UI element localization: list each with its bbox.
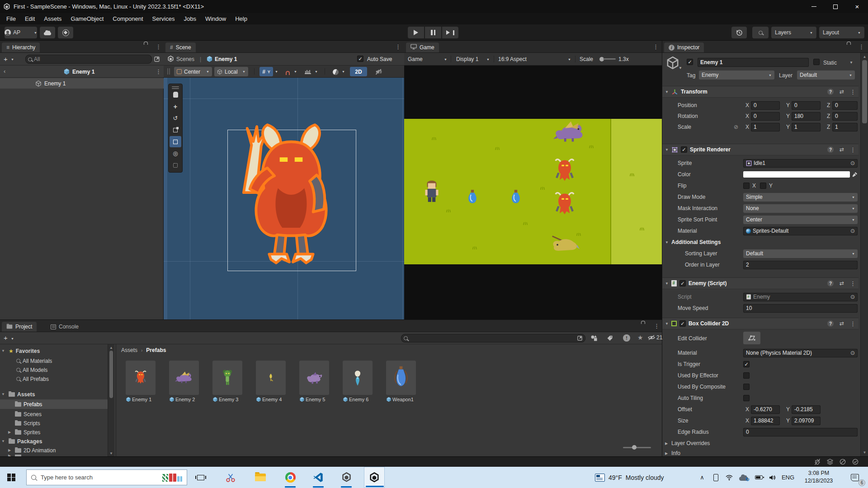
maximize-button[interactable] <box>825 0 846 13</box>
prefab-back-icon[interactable]: ‹ <box>4 68 5 75</box>
offset-x-field[interactable]: -0.6270 <box>751 405 780 414</box>
physics-material-field[interactable]: None (Physics Material 2D)⊙ <box>743 349 858 357</box>
rotation-y-field[interactable]: 180 <box>792 112 821 121</box>
rect-tool-button[interactable] <box>170 136 181 147</box>
create-dropdown-icon[interactable]: ▼ <box>11 58 14 61</box>
taskbar-search-box[interactable]: Type here to search <box>26 469 187 485</box>
component-menu-icon[interactable]: ⋮ <box>850 89 856 95</box>
tree-2d-animation[interactable]: ▶2D Animation <box>0 446 108 455</box>
display-dropdown[interactable]: Display 1 <box>456 56 478 62</box>
offset-y-field[interactable]: -0.2185 <box>792 405 821 414</box>
sprite-renderer-header[interactable]: ▼ Sprite Renderer ?⇄⋮ <box>662 144 859 155</box>
menu-file[interactable]: File <box>2 13 20 24</box>
snap-dropdown-icon[interactable]: ▼ <box>294 70 297 73</box>
tab-hierarchy[interactable]: ≡Hierarchy <box>2 42 40 52</box>
foldout-icon[interactable]: ▶ <box>665 451 668 455</box>
display-dropdown-icon[interactable]: ▼ <box>486 58 490 61</box>
object-picker-icon[interactable]: ⊙ <box>850 350 855 356</box>
scrollbar-thumb[interactable] <box>109 351 113 398</box>
static-dropdown-icon[interactable]: ▼ <box>849 61 853 65</box>
inspector-menu-icon[interactable]: ⋮ <box>859 43 864 50</box>
gameobject-icon[interactable] <box>666 56 679 70</box>
rotation-x-field[interactable]: 0 <box>751 112 780 121</box>
help-icon[interactable]: ? <box>827 146 834 153</box>
log-icon[interactable]: ! <box>623 334 630 342</box>
aspect-dropdown[interactable]: 16:9 Aspect <box>498 56 527 62</box>
tab-game[interactable]: Game <box>406 42 439 52</box>
tab-scene[interactable]: #Scene <box>165 42 196 52</box>
game-menu-icon[interactable]: ⋮ <box>653 43 659 50</box>
thumbnail-size-slider-thumb[interactable] <box>632 445 637 450</box>
tree-scenes[interactable]: Scenes <box>0 409 108 419</box>
tree-packages[interactable]: ▼Packages <box>0 436 108 446</box>
gameobject-icon-dropdown[interactable]: ▼ <box>679 66 682 70</box>
sprite-field[interactable]: Idle1⊙ <box>743 159 858 168</box>
static-checkbox[interactable] <box>813 59 820 65</box>
breadcrumb-prefabs[interactable]: Prefabs <box>146 347 166 353</box>
create-dropdown-icon[interactable]: ▼ <box>11 337 14 340</box>
view-tool-button[interactable] <box>170 89 181 100</box>
eyedropper-icon[interactable] <box>852 172 858 178</box>
position-x-field[interactable]: 0 <box>751 101 780 110</box>
asset-enemy3[interactable]: Enemy 3 <box>212 361 242 402</box>
version-control-button[interactable] <box>58 27 73 38</box>
create-button[interactable]: + <box>4 55 8 63</box>
component-menu-icon[interactable]: ⋮ <box>850 320 856 327</box>
tree-all-models[interactable]: All Models <box>0 365 108 375</box>
task-view-button[interactable] <box>190 467 211 488</box>
step-button[interactable] <box>442 27 458 38</box>
search-button[interactable] <box>752 27 769 38</box>
start-button[interactable] <box>1 467 22 488</box>
account-button[interactable]: AP ▼ <box>5 27 37 38</box>
check-status-icon[interactable] <box>852 458 859 465</box>
search-by-label-icon[interactable] <box>607 335 613 341</box>
tree-favorites[interactable]: ▼★Favorites <box>0 346 108 356</box>
volume-icon[interactable] <box>766 467 778 488</box>
weather-widget[interactable]: 49°F Mostly cloudy <box>595 467 664 488</box>
unity-editor-button-active[interactable] <box>364 467 385 488</box>
active-checkbox[interactable] <box>687 59 693 65</box>
additional-settings-foldout[interactable]: Additional Settings <box>671 239 721 245</box>
project-search-input[interactable] <box>401 334 585 343</box>
foldout-icon[interactable]: ▶ <box>665 441 668 446</box>
undo-history-button[interactable] <box>731 27 747 38</box>
hierarchy-search-input[interactable]: All <box>25 55 152 64</box>
scroll-up-icon[interactable]: ▲ <box>861 55 868 59</box>
snipping-tool-button[interactable] <box>220 467 241 488</box>
picker-icon[interactable] <box>577 335 583 341</box>
pivot-dropdown[interactable]: Center▼ <box>174 67 212 76</box>
battery-icon[interactable] <box>752 467 765 488</box>
asset-enemy2[interactable]: Enemy 2 <box>169 361 199 402</box>
toolbar-grip[interactable] <box>167 68 168 75</box>
palette-grip[interactable] <box>172 86 179 87</box>
grid-size-button[interactable] <box>302 67 314 76</box>
custom-tool-button[interactable] <box>170 160 181 171</box>
scale-y-field[interactable]: 1 <box>792 123 821 131</box>
2d-mode-toggle[interactable]: 2D <box>350 67 367 76</box>
menu-component[interactable]: Component <box>108 13 147 24</box>
tab-console[interactable]: Console <box>46 322 83 332</box>
aspect-dropdown-icon[interactable]: ▼ <box>568 58 571 61</box>
scrollbar-thumb[interactable] <box>862 60 867 123</box>
menu-help[interactable]: Help <box>231 13 252 24</box>
tree-scripts[interactable]: Scripts <box>0 418 108 428</box>
component-menu-icon[interactable]: ⋮ <box>850 146 856 153</box>
auto-tiling-checkbox[interactable] <box>743 395 750 401</box>
scroll-up-icon[interactable]: ▲ <box>108 346 114 350</box>
close-button[interactable]: × <box>846 0 868 13</box>
layout-dropdown[interactable]: Layout▼ <box>819 27 864 38</box>
hierarchy-menu-icon[interactable]: ⋮ <box>156 43 161 50</box>
language-indicator[interactable]: ENG <box>779 467 797 488</box>
shading-dropdown-icon[interactable]: ▼ <box>342 70 345 73</box>
rotate-tool-button[interactable]: ↺ <box>170 113 181 124</box>
shading-mode-button[interactable] <box>330 67 341 76</box>
edge-radius-field[interactable]: 0 <box>743 428 858 436</box>
tree-prefabs-selected[interactable]: Prefabs <box>0 399 108 409</box>
sorting-layer-dropdown[interactable]: Default▼ <box>743 249 858 258</box>
collab-disabled-icon[interactable] <box>839 458 846 465</box>
foldout-icon[interactable]: ▼ <box>665 240 669 244</box>
used-by-composite-checkbox[interactable] <box>743 384 750 390</box>
tray-expand-button[interactable]: ∧ <box>696 467 708 488</box>
component-enabled-checkbox[interactable] <box>681 146 687 153</box>
menu-edit[interactable]: Edit <box>20 13 39 24</box>
